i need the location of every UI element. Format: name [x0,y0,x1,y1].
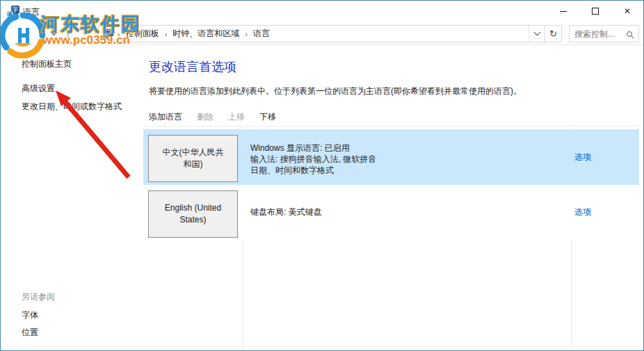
search-icon [627,31,632,37]
breadcrumb-separator: › [165,30,168,38]
detail-keyboard-layout: 键盘布局: 美式键盘 [250,206,322,218]
minimize-icon [560,11,567,12]
breadcrumb-separator: › [245,30,248,38]
detail-date-time-format: 日期、时间和数字格式 [250,165,376,176]
language-row-chinese[interactable]: 中文(中华人民共和国) Windows 显示语言: 已启用 输入法: 搜狗拼音输… [143,129,639,185]
breadcrumb-language[interactable]: 语言 [253,28,270,40]
maximize-button[interactable] [579,1,611,22]
language-row-english[interactable]: English (United States) 键盘布局: 美式键盘 选项 [143,185,639,239]
move-up-button: 上移 [228,111,245,123]
recent-pages-chevron-icon[interactable] [51,30,56,35]
back-button[interactable]: ← [9,27,19,38]
language-list-toolbar: 添加语言 删除 上移 下移 [149,111,276,123]
language-details: Windows 显示语言: 已启用 输入法: 搜狗拼音输入法, 微软拼音 日期、… [250,142,376,176]
up-button[interactable]: ↑ [65,27,71,39]
see-also-heading: 另请参阅 [22,291,55,303]
window-title: 语言 [23,6,40,18]
maximize-icon [592,8,599,15]
minimize-button[interactable] [547,1,579,22]
chevron-down-icon [534,30,540,35]
add-language-button[interactable]: 添加语言 [149,111,182,123]
language-list: 中文(中华人民共和国) Windows 显示语言: 已启用 输入法: 搜狗拼音输… [143,126,639,351]
remove-button: 删除 [197,111,214,123]
language-control-panel-window: 字A 语言 ✕ ← → ↑ 字A › 控制面板 › 时钟、语言和区域 › 语言 … [0,0,644,351]
forward-button[interactable]: → [27,27,37,38]
language-details: 键盘布局: 美式键盘 [250,206,322,218]
language-tile-chinese[interactable]: 中文(中华人民共和国) [148,135,238,182]
navigation-bar: ← → ↑ 字A › 控制面板 › 时钟、语言和区域 › 语言 ↻ [1,22,643,45]
title-bar: 字A 语言 ✕ [1,1,643,22]
refresh-button[interactable]: ↻ [545,25,562,42]
close-button[interactable]: ✕ [611,1,643,22]
breadcrumb-clock-language-region[interactable]: 时钟、语言和区域 [172,28,239,40]
breadcrumb-separator: › [118,30,120,38]
search-input[interactable] [570,29,627,39]
sidebar-item-location[interactable]: 位置 [22,327,38,338]
breadcrumb-control-panel[interactable]: 控制面板 [126,28,159,40]
move-down-button[interactable]: 下移 [259,111,276,123]
page-title: 更改语言首选项 [149,58,236,75]
sidebar-item-control-panel-home[interactable]: 控制面板主页 [22,58,72,70]
detail-input-method: 输入法: 搜狗拼音输入法, 微软拼音 [250,154,376,165]
address-dropdown-button[interactable] [529,26,545,42]
page-description: 将要使用的语言添加到此列表中。位于列表第一位的语言为主语言(即你希望看到并最常使… [149,85,522,97]
language-icon: 字A [7,6,19,17]
detail-display-language: Windows 显示语言: 已启用 [250,142,376,154]
search-box [569,25,639,42]
address-bar[interactable]: 字A › 控制面板 › 时钟、语言和区域 › 语言 [98,25,545,42]
language-icon: 字A [103,29,113,39]
sidebar-item-fonts[interactable]: 字体 [22,309,38,321]
sidebar-item-advanced-settings[interactable]: 高级设置 [22,83,55,95]
language-tile-english[interactable]: English (United States) [148,190,238,238]
options-link-chinese[interactable]: 选项 [574,152,591,163]
sidebar-item-change-date-time-number-formats[interactable]: 更改日期、时间或数字格式 [22,101,122,113]
options-link-english[interactable]: 选项 [574,206,591,218]
window-controls: ✕ [547,1,643,22]
close-icon: ✕ [624,7,631,15]
